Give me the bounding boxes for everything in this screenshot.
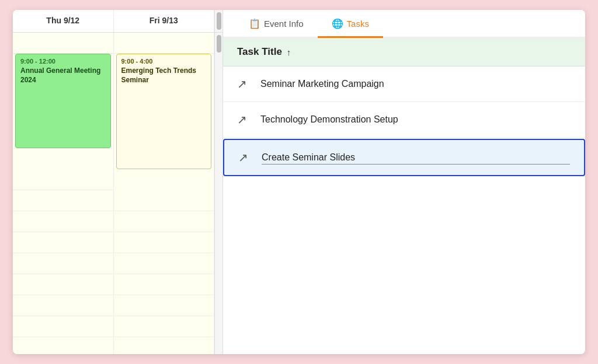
col-header-thu: Thu 9/12 (13, 10, 114, 32)
scrollbar-thumb-top (217, 12, 221, 30)
line2 (13, 190, 113, 211)
tab-tasks[interactable]: 🌐 Tasks (318, 10, 383, 38)
event-thu[interactable]: 9:00 - 12:00 Annual General Meeting 2024 (15, 54, 111, 148)
fline2 (114, 211, 214, 232)
line6 (13, 274, 113, 295)
task-link-icon-2: ↗︎ (238, 150, 252, 164)
col-header-fri: Fri 9/13 (114, 10, 215, 32)
fline5 (114, 274, 214, 295)
event-thu-time: 9:00 - 12:00 (20, 58, 106, 65)
sort-arrow[interactable]: ↑ (287, 47, 291, 57)
task-name-1: Technology Demonstration Setup (260, 114, 571, 125)
empty-row-fri (114, 33, 214, 54)
right-panel: 📋 Event Info 🌐 Tasks Task Title ↑ ↗︎ Sem… (223, 10, 585, 354)
main-container: Thu 9/12 Fri 9/13 9:00 - 12:00 Annual Ge… (13, 10, 585, 354)
empty-row-thu (13, 33, 113, 54)
task-list: ↗︎ Seminar Marketing Campaign ↗︎ Technol… (223, 66, 585, 354)
line7 (13, 295, 113, 316)
event-info-icon: 📋 (249, 18, 260, 29)
fline6 (114, 295, 214, 316)
task-row[interactable]: ↗︎ Seminar Marketing Campaign (223, 66, 585, 102)
line4 (13, 232, 113, 253)
calendar-panel: Thu 9/12 Fri 9/13 9:00 - 12:00 Annual Ge… (13, 10, 223, 354)
event-fri[interactable]: 9:00 - 4:00 Emerging Tech Trends Seminar (116, 54, 212, 169)
fline1 (114, 190, 214, 211)
event-fri-title: Emerging Tech Trends Seminar (121, 66, 207, 85)
line5 (13, 253, 113, 274)
task-header: Task Title ↑ (223, 38, 585, 66)
scrollbar-top[interactable] (214, 10, 222, 32)
task-name-0: Seminar Marketing Campaign (260, 79, 571, 89)
line8 (13, 316, 113, 337)
fline7 (114, 316, 214, 337)
fline3 (114, 232, 214, 253)
tab-event-info-label: Event Info (264, 19, 304, 29)
event-thu-title: Annual General Meeting 2024 (20, 66, 106, 85)
task-link-icon-1: ↗︎ (237, 113, 251, 127)
task-edit-input[interactable] (262, 151, 570, 164)
scrollbar-thumb-body (217, 35, 221, 52)
task-title-label: Task Title (237, 46, 282, 58)
line1 (13, 169, 113, 190)
tab-event-info[interactable]: 📋 Event Info (235, 10, 318, 38)
task-row[interactable]: ↗︎ Technology Demonstration Setup (223, 102, 585, 138)
tab-tasks-label: Tasks (347, 19, 369, 29)
calendar-header: Thu 9/12 Fri 9/13 (13, 10, 222, 33)
tasks-icon: 🌐 (332, 18, 343, 29)
cal-col-thu: 9:00 - 12:00 Annual General Meeting 2024 (13, 33, 114, 354)
fline4 (114, 253, 214, 274)
scrollbar-body[interactable] (214, 33, 222, 354)
line3 (13, 211, 113, 232)
task-link-icon-0: ↗︎ (237, 77, 251, 91)
cal-col-fri: 9:00 - 4:00 Emerging Tech Trends Seminar (114, 33, 215, 354)
calendar-body: 9:00 - 12:00 Annual General Meeting 2024 (13, 33, 222, 354)
tabs-bar: 📋 Event Info 🌐 Tasks (223, 10, 585, 38)
event-fri-time: 9:00 - 4:00 (121, 58, 207, 65)
task-row-editing[interactable]: ↗︎ (223, 139, 585, 176)
